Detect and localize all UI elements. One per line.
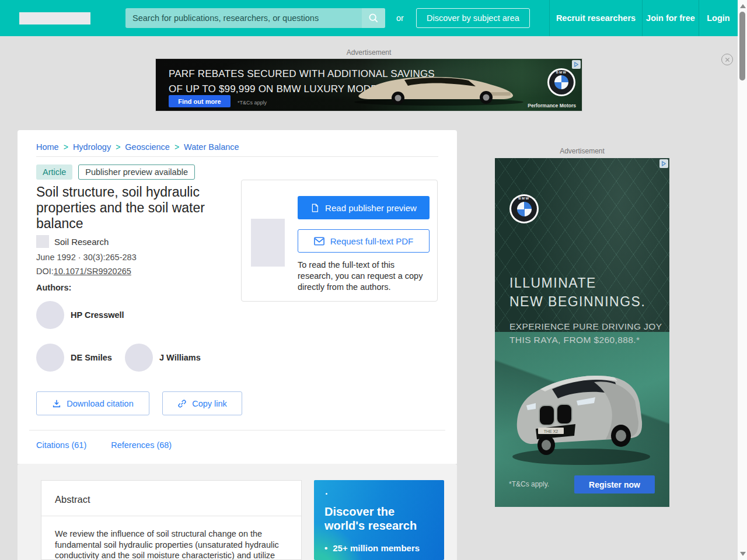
divider [41,516,301,516]
discover-research-box: Discover the world's research • 25+ mill… [314,480,444,560]
avatar[interactable] [36,301,64,329]
request-note: To read the full-text of this research, … [298,260,432,293]
discover-by-subject-button[interactable]: Discover by subject area [416,8,530,28]
download-citation-label: Download citation [67,399,133,408]
side-ad-subline1: EXPERIENCE PURE DRIVING JOY [509,320,662,333]
avatar[interactable] [125,344,153,372]
side-banner-ad[interactable]: BMW ILLUMINATE NEW BEGINNINGS. EXPERIENC… [495,158,669,507]
chevron-right-icon: > [64,142,68,152]
divider [29,430,445,430]
chevron-right-icon: > [174,142,179,152]
fulltext-options-card: Read publisher preview Request full-text… [241,180,438,302]
or-label: or [396,0,404,36]
close-ad-icon[interactable] [721,54,733,65]
author-de-smiles[interactable]: DE Smiles [36,344,112,372]
copy-link-button[interactable]: Copy link [162,391,242,415]
side-ad-headline: ILLUMINATE NEW BEGINNINGS. [509,274,645,311]
link-icon [177,399,187,408]
author-name[interactable]: HP Cresswell [71,310,124,320]
avatar[interactable] [36,344,64,372]
divider [36,156,438,157]
adchoices-icon[interactable] [659,159,668,168]
scroll-up-arrow-icon[interactable] [740,4,746,8]
action-row: Download citation Copy link [36,391,242,415]
chevron-right-icon: > [116,142,120,152]
search-bar [125,8,385,28]
vertical-scrollbar[interactable] [738,0,747,560]
author-name[interactable]: DE Smiles [71,353,112,362]
tab-row: Citations (61) References (68) [36,440,172,450]
side-ad-subline2: THIS RAYA, FROM $260,888.* [509,333,662,346]
abstract-heading: Abstract [55,494,90,505]
page: or Discover by subject area Recruit rese… [0,0,747,560]
author-hp-cresswell[interactable]: HP Cresswell [36,301,124,329]
publication-title: Soil structure, soil hydraulic propertie… [36,184,229,232]
lower-section: Abstract We review the influence of soil… [18,464,457,560]
download-icon [52,399,61,408]
researchgate-logo-placeholder[interactable] [19,12,90,24]
top-ad-advertisement-label: Advertisement [156,48,582,57]
article-type-badge: Article [36,164,72,180]
journal-name[interactable]: Soil Research [54,237,109,247]
bmw-logo-text: BMW [547,71,575,74]
top-navbar: or Discover by subject area Recruit rese… [0,0,738,36]
doi-link[interactable]: 10.1071/SR9920265 [54,267,131,276]
abstract-text: We review the influence of soil structur… [55,528,287,560]
publication-date-info: June 1992 · 30(3):265-283 [36,253,137,262]
search-input[interactable] [125,13,362,23]
publication-thumbnail-placeholder [251,219,285,267]
read-publisher-preview-button[interactable]: Read publisher preview [298,196,430,219]
tab-citations[interactable]: Citations (61) [36,440,86,450]
banner-terms: *T&Cs apply [238,100,267,106]
adchoices-icon[interactable] [572,60,581,69]
bmw-logo-quadrants [554,75,568,89]
discover-title: Discover the world's research [324,505,432,533]
discover-bullet-text: 25+ million members [333,543,420,553]
read-publisher-preview-label: Read publisher preview [325,203,417,213]
register-now-button[interactable]: Register now [574,475,655,494]
side-ad-headline-line2: NEW BEGINNINGS. [509,292,645,311]
side-ad-subline: EXPERIENCE PURE DRIVING JOY THIS RAYA, F… [509,320,662,347]
nav-recruit-researchers[interactable]: Recruit researchers [549,0,642,36]
bullet-icon: • [324,543,327,553]
search-icon [368,13,379,23]
doi-line: DOI:10.1071/SR9920265 [36,267,131,276]
publication-card: Home > Hydrology > Geoscience > Water Ba… [18,130,457,464]
breadcrumb: Home > Hydrology > Geoscience > Water Ba… [36,142,239,152]
car-image [348,62,529,109]
search-button[interactable] [362,8,385,28]
discover-bullet-item: • 25+ million members [324,543,420,553]
breadcrumb-home[interactable]: Home [36,142,59,152]
find-out-more-button[interactable]: Find out more [169,95,231,107]
bmw-logo-text: BMW [509,197,539,200]
bmw-logo-quadrants [517,202,532,216]
top-banner-ad[interactable]: PARF REBATES SECURED WITH ADDITIONAL SAV… [156,59,582,111]
breadcrumb-geoscience[interactable]: Geoscience [125,142,170,152]
doi-label: DOI: [36,267,54,276]
scroll-down-arrow-icon[interactable] [740,552,746,556]
scrollbar-thumb[interactable] [739,12,745,80]
side-ad-terms: *T&Cs apply. [509,480,549,488]
request-fulltext-pdf-button[interactable]: Request full-text PDF [298,229,430,253]
car-image: THE X2 [505,346,658,471]
publisher-preview-badge: Publisher preview available [78,164,195,180]
badge-row: Article Publisher preview available [36,164,195,180]
author-name[interactable]: J Williams [159,353,201,362]
tab-references[interactable]: References (68) [111,440,172,450]
bmw-logo: BMW [547,68,575,96]
copy-link-label: Copy link [192,399,227,408]
authors-label: Authors: [36,283,71,292]
breadcrumb-water-balance[interactable]: Water Balance [184,142,239,152]
author-j-williams[interactable]: J Williams [125,344,201,372]
abstract-card: Abstract We review the influence of soil… [41,480,302,560]
breadcrumb-hydrology[interactable]: Hydrology [73,142,111,152]
journal-row: Soil Research [36,235,109,248]
download-citation-button[interactable]: Download citation [36,391,149,415]
bmw-logo: BMW [509,194,539,223]
side-ad-advertisement-label: Advertisement [495,147,669,155]
nav-login[interactable]: Login [699,0,738,36]
envelope-icon [314,237,324,246]
document-icon [310,203,319,213]
nav-join-for-free[interactable]: Join for free [642,0,699,36]
side-ad-headline-line1: ILLUMINATE [509,274,645,292]
